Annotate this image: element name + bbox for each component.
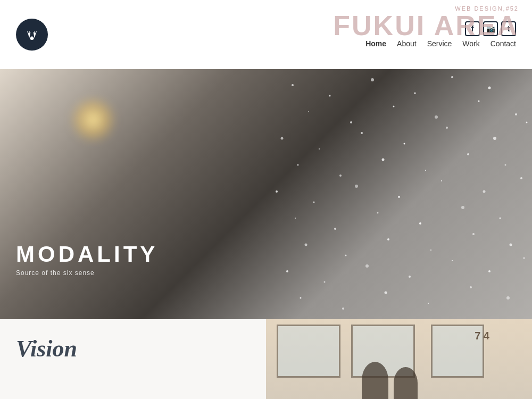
svg-point-46 (510, 244, 512, 246)
svg-point-45 (472, 233, 475, 235)
hero-section: MODALITY Source of the six sense (0, 69, 532, 319)
svg-point-48 (324, 281, 326, 283)
svg-point-8 (488, 87, 491, 89)
svg-point-55 (342, 307, 344, 310)
svg-point-25 (425, 170, 426, 171)
svg-point-38 (419, 222, 421, 225)
svg-point-16 (319, 148, 320, 149)
svg-point-41 (305, 244, 307, 246)
nav-contact[interactable]: Contact (491, 39, 516, 48)
watermark-area: WEB DESIGN,#52 FUKUI AREA (333, 5, 519, 39)
nav-home[interactable]: Home (365, 39, 386, 48)
bottom-section: Vision 7 4 (0, 319, 532, 399)
svg-point-37 (377, 212, 379, 214)
vision-heading: Vision (16, 335, 250, 362)
svg-rect-2 (31, 37, 33, 39)
hero-title: MODALITY (16, 242, 158, 267)
svg-point-19 (446, 127, 448, 129)
nav-work[interactable]: Work (462, 39, 479, 48)
header: WEB DESIGN,#52 FUKUI AREA f 📷 t Home Abo… (0, 0, 532, 69)
svg-point-3 (292, 84, 294, 86)
svg-point-18 (404, 143, 405, 145)
svg-point-58 (470, 286, 472, 288)
svg-point-10 (350, 121, 352, 123)
watermark-main: FUKUI AREA (333, 12, 519, 39)
nav-service[interactable]: Service (427, 39, 452, 48)
person-silhouette-1 (362, 362, 388, 399)
svg-point-29 (313, 202, 315, 203)
svg-point-33 (483, 190, 486, 193)
svg-point-15 (281, 137, 284, 140)
svg-point-27 (505, 164, 506, 166)
hero-subtitle: Source of the six sense (16, 269, 158, 277)
person-silhouette-2 (394, 367, 418, 399)
svg-point-40 (500, 218, 501, 219)
svg-point-34 (520, 177, 522, 179)
hero-text: MODALITY Source of the six sense (16, 242, 158, 277)
nav-about[interactable]: About (397, 39, 417, 48)
svg-point-54 (300, 297, 302, 299)
svg-point-30 (355, 185, 358, 188)
bottom-right-image: 7 4 (266, 319, 532, 399)
svg-point-24 (382, 159, 385, 161)
svg-point-5 (371, 78, 374, 81)
svg-point-13 (478, 101, 480, 102)
svg-point-11 (393, 106, 395, 107)
address-number: 7 4 (475, 330, 489, 342)
svg-point-20 (493, 137, 496, 140)
svg-point-28 (276, 190, 278, 193)
bottom-left: Vision (0, 319, 266, 362)
svg-point-4 (329, 95, 331, 97)
svg-point-14 (515, 113, 517, 115)
antler-svg (22, 25, 41, 44)
svg-point-56 (385, 292, 387, 294)
svg-point-52 (488, 270, 491, 272)
svg-point-21 (526, 122, 528, 123)
svg-point-36 (334, 228, 336, 230)
particles-svg (266, 69, 532, 319)
cafe-window-left (277, 325, 340, 378)
svg-point-43 (387, 238, 389, 240)
svg-point-57 (428, 303, 429, 304)
svg-point-23 (339, 174, 342, 177)
svg-point-22 (297, 164, 299, 166)
svg-point-51 (452, 260, 453, 261)
svg-point-35 (295, 218, 296, 219)
svg-point-26 (467, 153, 469, 155)
svg-point-6 (414, 93, 416, 94)
logo-area (16, 19, 48, 51)
svg-point-7 (451, 76, 453, 78)
nav-links: Home About Service Work Contact (365, 39, 516, 48)
hero-particles (266, 69, 532, 319)
svg-point-44 (430, 250, 431, 251)
svg-point-59 (506, 296, 510, 300)
svg-point-47 (286, 270, 288, 272)
svg-point-9 (308, 111, 309, 112)
svg-point-53 (523, 257, 525, 259)
svg-point-32 (441, 180, 442, 181)
logo-icon[interactable] (16, 19, 48, 51)
svg-point-39 (461, 206, 464, 209)
svg-point-49 (365, 264, 369, 268)
hero-light-effect (69, 96, 117, 144)
svg-point-17 (361, 132, 363, 134)
svg-point-31 (398, 196, 400, 198)
svg-point-0 (23, 26, 41, 44)
cafe-image: 7 4 (266, 319, 532, 399)
svg-point-42 (345, 255, 347, 256)
svg-point-50 (409, 276, 411, 278)
svg-point-12 (435, 115, 438, 119)
